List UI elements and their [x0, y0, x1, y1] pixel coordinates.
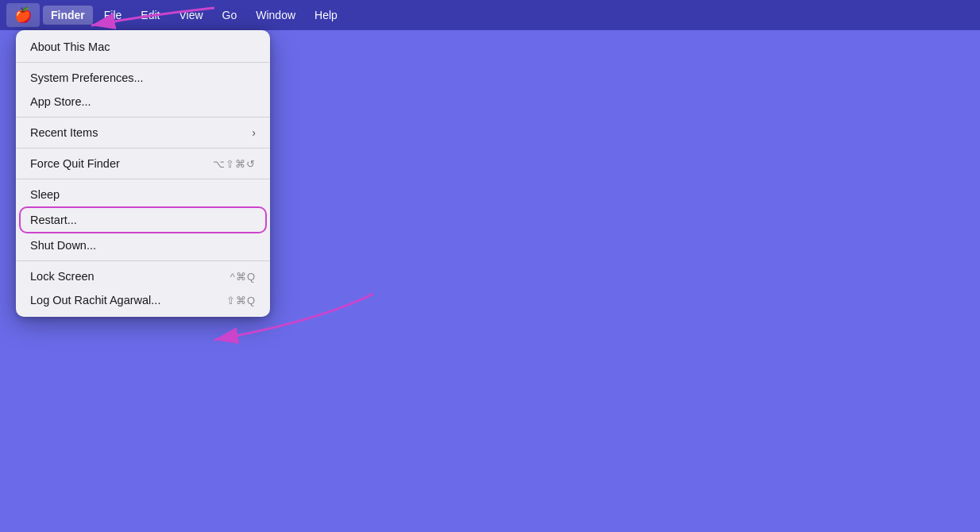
window-label: Window: [256, 9, 295, 21]
lock-screen-item[interactable]: Lock Screen ^⌘Q: [16, 264, 270, 288]
about-this-mac-item[interactable]: About This Mac: [16, 35, 270, 59]
go-menu-button[interactable]: Go: [214, 6, 245, 25]
shutdown-item[interactable]: Shut Down...: [16, 233, 270, 257]
logout-shortcut: ⇧⌘Q: [226, 295, 256, 306]
about-this-mac-label: About This Mac: [30, 40, 110, 53]
separator-3: [16, 148, 270, 148]
chevron-right-icon: ›: [252, 126, 256, 139]
system-preferences-item[interactable]: System Preferences...: [16, 66, 270, 90]
app-store-item[interactable]: App Store...: [16, 90, 270, 114]
go-label: Go: [222, 9, 237, 21]
file-menu-button[interactable]: File: [96, 6, 130, 25]
recent-items-label: Recent Items: [30, 126, 98, 139]
recent-items-item[interactable]: Recent Items ›: [16, 121, 270, 145]
force-quit-label: Force Quit Finder: [30, 157, 120, 170]
edit-menu-button[interactable]: Edit: [133, 6, 168, 25]
help-label: Help: [314, 9, 338, 21]
lock-screen-label: Lock Screen: [30, 270, 95, 283]
file-label: File: [104, 9, 122, 21]
view-label: View: [179, 9, 203, 21]
force-quit-item[interactable]: Force Quit Finder ⌥⇧⌘↺: [16, 152, 270, 175]
finder-label: Finder: [51, 9, 85, 21]
logout-label: Log Out Rachit Agarwal...: [30, 294, 160, 306]
separator-5: [16, 260, 270, 261]
menubar: 🍎 Finder File Edit View Go Window Help: [0, 0, 980, 30]
force-quit-shortcut: ⌥⇧⌘↺: [213, 158, 256, 170]
help-menu-button[interactable]: Help: [307, 6, 345, 25]
separator-4: [16, 179, 270, 179]
sleep-item[interactable]: Sleep: [16, 183, 270, 206]
separator-1: [16, 62, 270, 63]
app-store-label: App Store...: [30, 95, 91, 108]
apple-dropdown-menu: About This Mac System Preferences... App…: [16, 30, 270, 317]
separator-2: [16, 117, 270, 118]
window-menu-button[interactable]: Window: [248, 6, 303, 25]
edit-label: Edit: [141, 9, 160, 21]
apple-menu-button[interactable]: 🍎: [6, 3, 40, 27]
restart-item[interactable]: Restart...: [21, 208, 265, 232]
logout-item[interactable]: Log Out Rachit Agarwal... ⇧⌘Q: [16, 288, 270, 312]
finder-menu-button[interactable]: Finder: [43, 6, 93, 25]
system-preferences-label: System Preferences...: [30, 71, 144, 84]
apple-icon: 🍎: [14, 7, 32, 23]
lock-screen-shortcut: ^⌘Q: [230, 271, 256, 283]
restart-label: Restart...: [30, 214, 77, 226]
shutdown-label: Shut Down...: [30, 239, 96, 252]
view-menu-button[interactable]: View: [171, 6, 210, 25]
sleep-label: Sleep: [30, 188, 60, 201]
